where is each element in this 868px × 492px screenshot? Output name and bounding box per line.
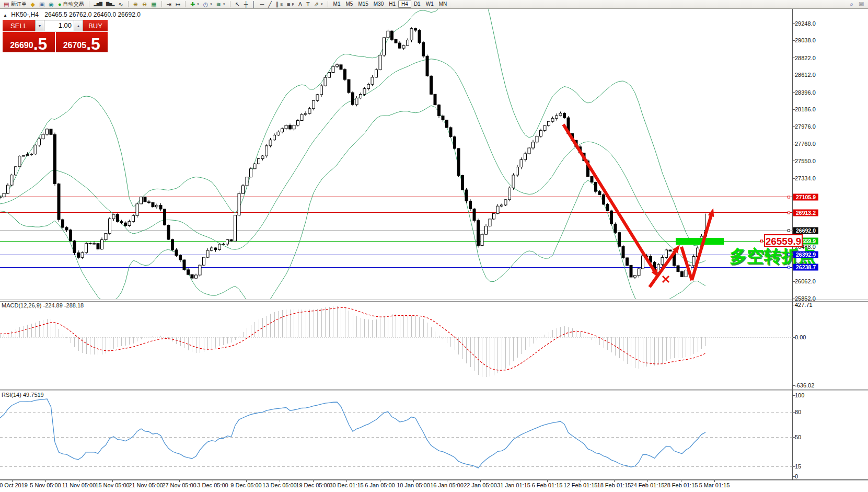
vertical-line-button[interactable]: │: [250, 1, 258, 8]
arrows-button[interactable]: ⇗ ▾: [312, 1, 325, 8]
signal-button[interactable]: ◉: [47, 1, 56, 8]
timeframe-h4-button[interactable]: H4: [398, 1, 411, 8]
chart-title-marker-icon: ▲: [3, 13, 7, 18]
one-click-trading-panel: SELL ▼ 1.00 ▲ BUY 26690 .5 26705 .5: [3, 20, 108, 52]
timeframe-m1-button[interactable]: M1: [331, 1, 343, 8]
cursor-icon: ↖: [235, 1, 240, 8]
line-chart-button[interactable]: ∿: [116, 1, 125, 8]
symbol-period-label: HK50-,H4: [11, 11, 39, 18]
price-tick: 28822.0: [795, 55, 816, 61]
rsi-axis-tick: 0: [795, 473, 798, 479]
account-button[interactable]: ▣: [37, 1, 47, 8]
line-anchor-square: [788, 266, 790, 269]
price-badge: 26692.0: [793, 227, 818, 234]
tile-windows-icon: ▦: [151, 1, 156, 8]
vertical-line-icon: │: [252, 1, 256, 8]
sell-button[interactable]: SELL: [3, 20, 35, 31]
chat-icon[interactable]: ✉: [859, 1, 864, 8]
auto-scroll-button[interactable]: ⇥: [165, 1, 173, 8]
chart-shift-button[interactable]: ↦: [173, 1, 182, 8]
timeframe-mn-button[interactable]: MN: [436, 1, 450, 8]
channel-icon: ∥: [276, 1, 279, 8]
time-tick-label: 19 Dec 05:00: [296, 482, 330, 488]
time-tick-label: 5 Nov 05:00: [30, 482, 61, 488]
time-tick-label: 3 Dec 05:00: [197, 482, 228, 488]
search-icon[interactable]: ⌕: [850, 1, 853, 8]
templates-button[interactable]: ≋ ▾: [214, 1, 227, 8]
zoom-out-icon: ⊖: [142, 1, 147, 8]
zoom-out-button[interactable]: ⊖: [140, 1, 149, 8]
account-icon: ▣: [39, 1, 44, 8]
dropdown-icon: ▾: [321, 2, 323, 6]
price-tick: 25852.0: [795, 295, 816, 302]
timeframe-w1-button[interactable]: W1: [423, 1, 436, 8]
time-tick-label: 16 Jan 05:00: [430, 482, 464, 488]
rsi-label: RSI(14) 49.7519: [2, 392, 44, 398]
channel-sub-label: E: [280, 3, 283, 6]
signal-icon: ◉: [49, 1, 54, 8]
candle-chart-button[interactable]: ▇▅▂: [104, 1, 116, 8]
price-tick: 27976.0: [795, 123, 816, 130]
volume-input[interactable]: 1.00: [44, 20, 74, 31]
time-tick-label: 13 Dec 05:00: [262, 482, 296, 488]
timeframe-m5-button[interactable]: M5: [343, 1, 355, 8]
chart-title: ▲ HK50-,H4 26465.5 26762.0 26460.0 26692…: [3, 11, 141, 18]
volume-decrease-stepper[interactable]: ▼: [35, 20, 44, 31]
ohlc-values: 26465.5 26762.0 26460.0 26692.0: [44, 11, 141, 18]
horizontal-line-button[interactable]: ─: [258, 1, 266, 8]
horizontal-line-icon: ─: [260, 1, 264, 8]
fibonacci-button[interactable]: ≡F: [285, 1, 296, 8]
auto-trading-button[interactable]: ● 自动交易: [56, 1, 86, 8]
text-label-button[interactable]: T: [304, 1, 312, 8]
timeframe-m15-button[interactable]: M15: [355, 1, 371, 8]
volume-increase-stepper[interactable]: ▲: [74, 20, 83, 31]
auto-scroll-icon: ⇥: [167, 1, 171, 8]
sell-price-main: 26690: [10, 41, 33, 50]
arrows-icon: ⇗: [314, 1, 319, 8]
zoom-in-button[interactable]: ⊕: [131, 1, 140, 8]
new-order-icon: ▤: [4, 1, 9, 8]
cursor-button[interactable]: ↖: [233, 1, 242, 8]
new-order-button[interactable]: ▤ 新订单: [2, 1, 28, 8]
timeframe-h1-button[interactable]: H1: [386, 1, 398, 8]
buy-price-button[interactable]: 26705 .5: [56, 32, 108, 52]
time-tick-label: 24 Feb 01:15: [631, 482, 665, 488]
line-anchor-square: [788, 211, 790, 214]
channel-button[interactable]: ∥E: [274, 1, 285, 8]
toolbar-separator: [161, 1, 162, 7]
price-tick: 28396.0: [795, 89, 816, 96]
auto-trading-label: 自动交易: [63, 1, 84, 8]
indicators-button[interactable]: ✚ ▾: [188, 1, 201, 8]
rsi-value: 49.7519: [23, 392, 44, 398]
rsi-axis-tick: 15: [795, 463, 801, 470]
time-tick-label: 27 Nov 05:00: [162, 482, 196, 488]
price-badge: 26913.2: [793, 209, 818, 216]
price-tick: 27550.0: [795, 158, 816, 164]
price-badge: 26238.7: [793, 264, 818, 271]
auto-trading-icon: ●: [58, 1, 62, 8]
templates-icon: ≋: [216, 1, 221, 8]
time-tick-label: 21 Nov 05:00: [129, 482, 163, 488]
timeframe-m30-button[interactable]: M30: [371, 1, 386, 8]
timeframe-d1-button[interactable]: D1: [411, 1, 423, 8]
time-tick-label: 11 Nov 05:00: [62, 482, 96, 488]
toolbar-separator: [89, 1, 89, 7]
broom-button[interactable]: ◆: [28, 1, 37, 8]
periods-clock-icon: ◷: [203, 1, 209, 8]
price-badge: 26392.9: [793, 251, 818, 258]
crosshair-icon: ┼: [244, 1, 248, 8]
time-tick-label: 18 Feb 01:15: [597, 482, 631, 488]
text-button[interactable]: A: [296, 1, 304, 8]
crosshair-button[interactable]: ┼: [242, 1, 250, 8]
line-anchor-square: [788, 254, 790, 256]
trendline-button[interactable]: ╱: [266, 1, 274, 8]
periods-button[interactable]: ◷ ▾: [201, 1, 214, 8]
bar-chart-button[interactable]: ▂▅▇: [92, 1, 104, 8]
zoom-in-icon: ⊕: [133, 1, 138, 8]
fibonacci-sub-label: F: [292, 3, 294, 6]
price-tick: 27334.0: [795, 175, 816, 181]
tile-windows-button[interactable]: ▦: [149, 1, 158, 8]
sell-price-button[interactable]: 26690 .5: [3, 32, 55, 52]
buy-button[interactable]: BUY: [83, 20, 108, 31]
macd-signal-value: -288.18: [64, 302, 84, 308]
